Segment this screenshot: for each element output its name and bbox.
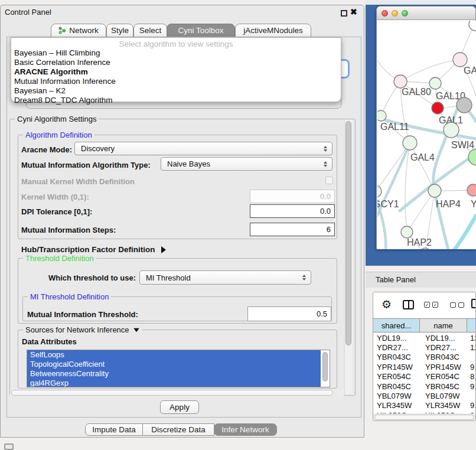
table-row[interactable]: YER054CYER054C8. bbox=[373, 372, 476, 381]
table-row[interactable]: YBR045CYBR045C9. bbox=[373, 381, 476, 391]
network-node-y[interactable] bbox=[467, 184, 476, 196]
settings-hscrollbar-thumb[interactable] bbox=[11, 390, 333, 396]
bottom-tab-discretize-data[interactable]: Discretize Data bbox=[142, 423, 214, 436]
network-node-label: GAL4 bbox=[410, 152, 435, 162]
table-row[interactable]: YPR145WYPR145W9. bbox=[373, 362, 476, 371]
bottom-tab-infer-network[interactable]: Infer Network bbox=[214, 423, 277, 436]
settings-scrollbar-thumb[interactable] bbox=[345, 121, 351, 345]
algorithm-option[interactable]: Dream8 DC_TDC Algorithm bbox=[14, 96, 333, 105]
table-cell: 13 bbox=[467, 333, 476, 343]
bottom-tab-impute-data[interactable]: Impute Data bbox=[85, 423, 143, 436]
table-row[interactable]: YBL079WYBL079W bbox=[373, 391, 476, 400]
mi-steps-field[interactable]: 6 bbox=[250, 223, 335, 236]
attribute-item[interactable]: TopologicalCoefficient bbox=[27, 360, 321, 369]
algorithm-option[interactable]: Mutual Information Inference bbox=[14, 77, 333, 86]
network-node-hap4[interactable] bbox=[428, 184, 441, 197]
network-canvas[interactable]: GALGAL80GAL10GAL1GAL11SWI4GAL4GCY1HAP4YH… bbox=[377, 21, 476, 249]
algorithm-popup-list: Select algorithm to view settings Bayesi… bbox=[11, 37, 341, 102]
dpi-tolerance-field[interactable]: 0.0 bbox=[250, 204, 335, 218]
split-columns-icon[interactable] bbox=[403, 300, 414, 309]
which-threshold-select[interactable]: MI Threshold bbox=[139, 270, 311, 285]
apply-button[interactable]: Apply bbox=[160, 400, 199, 414]
tab-style[interactable]: Style bbox=[106, 24, 133, 37]
network-node-gal10[interactable] bbox=[429, 77, 441, 89]
gear-icon[interactable]: ⚙ bbox=[382, 298, 392, 311]
network-view-window[interactable]: GALGAL80GAL10GAL1GAL11SWI4GAL4GCY1HAP4YH… bbox=[376, 6, 476, 249]
network-node-hap2[interactable] bbox=[401, 226, 413, 238]
mi-steps-label: Mutual Information Steps: bbox=[21, 226, 116, 234]
bottom-tab-label: Infer Network bbox=[221, 425, 269, 434]
tab-jactivemnodules[interactable]: jActiveMNodules bbox=[235, 24, 311, 37]
algorithm-option[interactable]: ARACNE Algorithm bbox=[14, 67, 333, 77]
network-node-swi4[interactable] bbox=[444, 122, 459, 138]
table-cell: YDR27... bbox=[420, 343, 467, 352]
kernel-width-field[interactable]: 0.0 bbox=[250, 190, 335, 203]
algorithm-option[interactable]: Bayesian – Hill Climbing bbox=[14, 48, 333, 58]
algorithm-option[interactable]: Basic Correlation Inference bbox=[14, 58, 333, 67]
attribute-item[interactable]: gal4RGexp bbox=[27, 379, 321, 387]
table-cell: YBR043C bbox=[420, 353, 467, 362]
aracne-mode-select[interactable]: Discovery bbox=[74, 142, 332, 155]
tab-label: Cyni Toolbox bbox=[178, 26, 223, 35]
network-node[interactable] bbox=[469, 21, 476, 31]
mi-algorithm-type-select[interactable]: Naive Bayes bbox=[161, 157, 332, 171]
table-cell: 9. bbox=[467, 381, 476, 391]
network-node[interactable] bbox=[420, 248, 431, 249]
close-icon[interactable]: ✖ bbox=[350, 7, 357, 17]
attribute-item[interactable]: BetweennessCentrality bbox=[27, 369, 321, 379]
attribute-list[interactable]: SelfLoopsTopologicalCoefficientBetweenne… bbox=[27, 350, 330, 387]
float-window-icon[interactable] bbox=[341, 10, 347, 17]
zoom-traffic-light-icon[interactable] bbox=[402, 10, 408, 17]
attribute-list-scrollbar-thumb[interactable] bbox=[322, 352, 328, 381]
dpi-tolerance-label: DPI Tolerance [0,1]: bbox=[21, 207, 92, 216]
network-node-gcy1[interactable] bbox=[377, 185, 382, 197]
network-node-gal1[interactable] bbox=[432, 102, 444, 114]
table-row[interactable]: YLR345WYLR345W9. bbox=[373, 401, 476, 410]
network-node[interactable] bbox=[457, 97, 472, 113]
hub-section-toggle[interactable]: Hub/Transcription Factor Definition bbox=[21, 245, 166, 254]
network-window-titlebar[interactable] bbox=[377, 6, 475, 20]
algorithm-option[interactable]: Bayesian – K2 bbox=[14, 86, 333, 96]
tab-cyni-toolbox[interactable]: Cyni Toolbox bbox=[167, 24, 235, 37]
mi-threshold-field[interactable]: 0.5 bbox=[247, 306, 331, 321]
hub-section-label: Hub/Transcription Factor Definition bbox=[21, 245, 155, 254]
aracne-mode-value: Discovery bbox=[81, 144, 115, 153]
sources-group-title-wrap[interactable]: Sources for Network Inference bbox=[23, 325, 142, 334]
table-row[interactable]: YBR043CYBR043C bbox=[373, 353, 476, 362]
minimize-traffic-light-icon[interactable] bbox=[392, 10, 398, 17]
new-column-icon[interactable] bbox=[471, 299, 476, 308]
tab-label: Select bbox=[139, 26, 162, 35]
mi-algorithm-type-value: Naive Bayes bbox=[167, 159, 210, 168]
network-node-gal80[interactable] bbox=[394, 75, 407, 88]
algorithm-definition-title: Algorithm Definition bbox=[23, 131, 94, 139]
network-node-label: GCY1 bbox=[377, 199, 399, 209]
select-all-icon[interactable]: ✓✓ bbox=[424, 302, 438, 308]
column-header[interactable]: shared... bbox=[373, 319, 420, 332]
table-row[interactable]: YDR27...YDR27...12 bbox=[373, 343, 476, 352]
table-cell: YER054C bbox=[373, 372, 420, 381]
table-cell: YBL079W bbox=[420, 391, 467, 400]
screen: Control Panel ✖ NetworkStyleSelectCyni T… bbox=[0, 0, 476, 450]
tab-label: jActiveMNodules bbox=[243, 26, 303, 35]
table-cell: YLR345W bbox=[420, 401, 467, 410]
tab-network[interactable]: Network bbox=[51, 24, 106, 37]
tab-select[interactable]: Select bbox=[133, 24, 167, 37]
column-header[interactable]: A bbox=[467, 319, 476, 332]
network-node-gal11[interactable] bbox=[377, 110, 386, 121]
table-body: YDL19...YDL19...13YDR27...YDR27...12YBR0… bbox=[373, 333, 476, 413]
sources-group-title: Sources for Network Inference bbox=[25, 325, 129, 334]
deselect-all-icon[interactable] bbox=[450, 302, 464, 308]
attribute-item[interactable]: SelfLoops bbox=[27, 350, 321, 360]
close-traffic-light-icon[interactable] bbox=[382, 10, 388, 17]
table-cell: YPR145W bbox=[420, 362, 467, 371]
table-hscrollbar-thumb[interactable] bbox=[374, 415, 474, 420]
network-node-gal[interactable] bbox=[453, 53, 467, 67]
column-header[interactable]: name bbox=[420, 319, 467, 332]
collapsed-panel-icon[interactable] bbox=[4, 444, 14, 450]
table-cell: YPR145W bbox=[373, 362, 420, 371]
table-row[interactable]: YDL19...YDL19...13 bbox=[373, 333, 476, 343]
which-threshold-value: MI Threshold bbox=[146, 273, 191, 282]
network-node-gal4[interactable] bbox=[403, 136, 417, 150]
table-cell bbox=[467, 353, 476, 362]
manual-kernel-width-checkbox[interactable] bbox=[325, 177, 333, 184]
